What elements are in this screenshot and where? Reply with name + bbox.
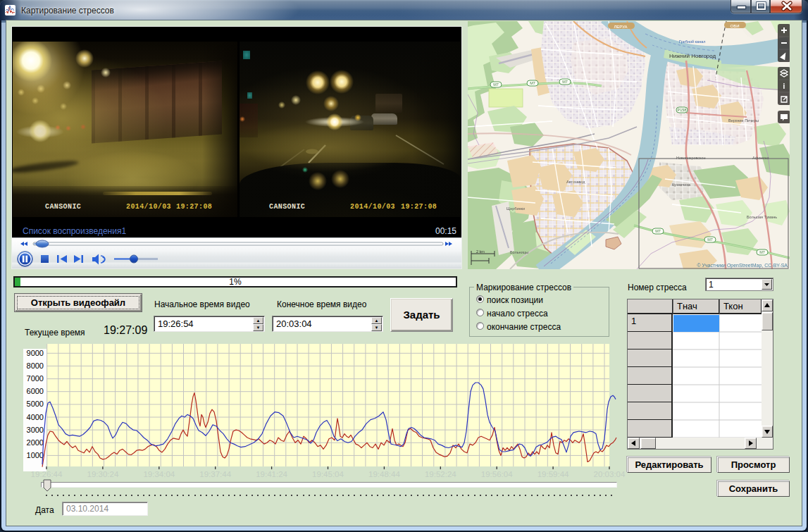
svg-text:ЛЕРУА: ЛЕРУА: [614, 25, 627, 29]
svg-text:М7: М7: [707, 237, 713, 242]
svg-text:9000: 9000: [27, 349, 44, 357]
svg-text:i: i: [783, 82, 785, 90]
svg-text:19:30:24: 19:30:24: [87, 470, 119, 478]
svg-text:Афонино: Афонино: [752, 156, 769, 160]
svg-text:© Участники OpenStreetMap, CC-: © Участники OpenStreetMap, CC-BY-SA: [697, 263, 788, 268]
svg-text:Больницы: Больницы: [510, 250, 528, 254]
svg-text:Кузнечиха: Кузнечиха: [672, 183, 691, 187]
svg-text:19:52:24: 19:52:24: [425, 470, 456, 478]
svg-text:19:37:44: 19:37:44: [199, 470, 231, 478]
svg-text:М7: М7: [493, 82, 499, 87]
svg-text:19:45:04: 19:45:04: [312, 470, 344, 478]
svg-text:2 km: 2 km: [476, 249, 485, 254]
svg-text:5000: 5000: [27, 400, 44, 408]
svg-text:М7: М7: [530, 81, 535, 85]
svg-text:20:03:04: 20:03:04: [594, 470, 626, 478]
svg-text:7000: 7000: [27, 374, 44, 383]
svg-text:Верхние Печеры: Верхние Печеры: [728, 118, 759, 123]
svg-text:1000: 1000: [27, 451, 44, 459]
svg-text:3000: 3000: [27, 426, 44, 434]
svg-text:Автозавод: Автозавод: [566, 180, 585, 184]
svg-text:Гребной канал: Гребной канал: [679, 39, 705, 44]
svg-text:19:34:04: 19:34:04: [143, 470, 175, 478]
svg-text:19:59:44: 19:59:44: [537, 470, 569, 478]
svg-text:М7: М7: [759, 250, 765, 254]
svg-text:4000: 4000: [27, 413, 44, 421]
svg-text:19:26:44: 19:26:44: [31, 470, 63, 478]
svg-text:2000: 2000: [27, 438, 44, 447]
svg-text:19:48:44: 19:48:44: [368, 470, 400, 478]
svg-text:ОБИ: ОБИ: [731, 24, 740, 28]
svg-text:19:56:04: 19:56:04: [481, 470, 513, 478]
svg-text:Нижний Новгород: Нижний Новгород: [669, 53, 716, 59]
svg-text:Щербинки: Щербинки: [506, 206, 525, 211]
svg-text:М7: М7: [562, 80, 568, 84]
svg-text:М7: М7: [655, 229, 661, 233]
svg-text:6000: 6000: [27, 387, 44, 395]
svg-text:8000: 8000: [27, 361, 44, 370]
svg-text:Большая Тумань: Большая Тумань: [747, 215, 777, 219]
svg-text:Новопокровское: Новопокровское: [676, 156, 706, 160]
svg-text:19:41:24: 19:41:24: [256, 470, 287, 478]
svg-text:Р158: Р158: [678, 108, 687, 112]
